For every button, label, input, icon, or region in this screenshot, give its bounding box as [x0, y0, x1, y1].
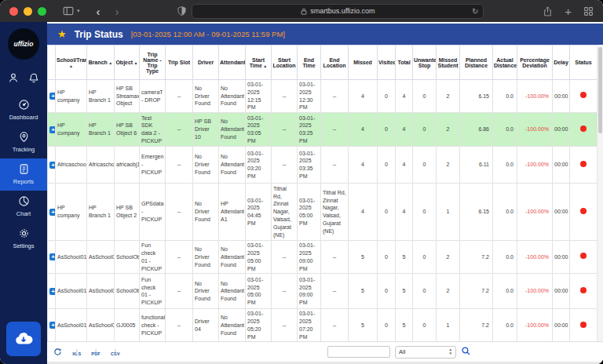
cell-trip-slot: --	[166, 274, 193, 309]
column-header-planned-distance[interactable]: Planned Distance	[460, 46, 493, 80]
chevron-down-icon[interactable]: ▾	[77, 8, 80, 14]
sidebar-toggle-icon[interactable]	[63, 6, 74, 16]
column-header-trip-name-trip-type[interactable]: Trip Name - Trip Type	[140, 46, 166, 80]
cell-unwanted-stop: 0	[413, 184, 437, 241]
zoom-window-button[interactable]	[38, 7, 46, 16]
tab-overview-icon[interactable]	[583, 6, 594, 16]
cell-end-location: --	[321, 147, 349, 184]
expand-row-button[interactable]: +	[49, 322, 56, 329]
cell-school-tran: HP company	[56, 113, 87, 147]
column-header-status[interactable]: Status	[570, 46, 598, 80]
cell-start-location: --	[272, 241, 298, 274]
export-csv-button[interactable]: ↓ CSV	[111, 348, 120, 357]
cell-status	[570, 147, 598, 184]
cell-trip-name-trip-type: Fun check 01 - PICKUP	[140, 274, 166, 309]
cell-status	[570, 241, 598, 274]
share-icon[interactable]	[543, 6, 553, 16]
sidebar-item-dashboard[interactable]: Dashboard	[0, 94, 47, 126]
refresh-icon[interactable]	[53, 345, 62, 359]
cell-object: GJ0005	[115, 309, 140, 341]
cell-start-location: --	[272, 147, 298, 184]
cell-branch: AsSchool01	[87, 309, 115, 341]
column-header-start-time[interactable]: Start Time ▲	[246, 46, 272, 80]
cell-missed-student: 2	[437, 147, 460, 184]
cell-missed: 5	[349, 241, 378, 274]
column-header-trip-slot[interactable]: Trip Slot	[166, 46, 193, 80]
cell-trip-name-trip-type: Fun check 01 - PICKUP	[140, 241, 166, 274]
sidebar-item-chart[interactable]: Chart	[0, 191, 47, 223]
search-icon[interactable]	[461, 345, 471, 359]
minimize-window-button[interactable]	[24, 7, 32, 16]
dashboard-icon	[18, 99, 30, 112]
cell-school-tran: AsSchool01	[56, 241, 87, 274]
cell-trip-slot: --	[166, 147, 193, 184]
search-input[interactable]	[327, 346, 390, 358]
cell-end-location: --	[321, 309, 349, 341]
expand-row-button[interactable]: +	[49, 162, 56, 169]
column-header-start-location[interactable]: Start Location	[272, 46, 298, 80]
column-header-attendant[interactable]: Attendant	[219, 46, 246, 80]
forward-button: ›	[115, 5, 119, 17]
expand-row-button[interactable]: +	[49, 126, 56, 133]
column-header-total[interactable]: Total	[396, 46, 413, 80]
close-window-button[interactable]	[9, 7, 18, 16]
cell-start-location: --	[272, 113, 298, 147]
cell-missed-student: 2	[437, 241, 460, 274]
sidebar-item-settings[interactable]: Settings	[0, 223, 47, 255]
search-column-select[interactable]: All ▲▼	[395, 346, 456, 359]
cell-missed-student: 2	[437, 113, 460, 147]
vertical-scrollbar[interactable]	[597, 45, 603, 341]
column-header-end-time[interactable]: End Time	[298, 46, 321, 80]
expand-cell: +	[48, 80, 56, 113]
uffizio-logo: uffizio	[8, 28, 39, 60]
browser-window: ▾ ‹ › smartbus.uffizio.com ↻ + uffizio	[0, 0, 603, 364]
back-button[interactable]: ‹	[97, 5, 100, 17]
expand-row-button[interactable]: +	[49, 288, 56, 295]
column-header-missed[interactable]: Missed	[349, 46, 378, 80]
cell-trip-slot: --	[166, 80, 193, 113]
column-header-actual-distance[interactable]: Actual Distance	[493, 46, 517, 80]
column-header-percentage-deviation[interactable]: Percentage Deviation	[517, 46, 553, 80]
new-tab-button[interactable]: +	[565, 5, 572, 18]
cell-branch: HP Branch 1	[87, 113, 115, 147]
cell-attendant: No Attendant Found	[219, 241, 246, 274]
privacy-shield-icon[interactable]	[177, 6, 186, 16]
export-xls-button[interactable]: ↓ XLS	[72, 348, 81, 357]
cell-visited: 0	[378, 184, 396, 241]
expand-row-button[interactable]: +	[49, 253, 56, 260]
table-header-row: School/Tran ▲Branch ▲Object ▲Trip Name -…	[48, 46, 598, 80]
expand-row-button[interactable]: +	[49, 209, 56, 216]
reload-icon[interactable]: ↻	[472, 7, 478, 16]
cell-trip-name-trip-type: cameraT - DROP	[140, 80, 166, 113]
column-header-school-tran[interactable]: School/Tran ▲	[56, 46, 87, 80]
address-bar[interactable]: smartbus.uffizio.com ↻	[192, 4, 484, 19]
sidebar-item-label: Dashboard	[9, 114, 38, 121]
cloud-download-button[interactable]	[6, 322, 41, 356]
select-stepper-icon: ▲▼	[449, 348, 452, 355]
table-row: +AfricaschooAfricaschooafricaobj1Emergen…	[48, 147, 598, 184]
status-indicator	[580, 92, 587, 98]
column-header-branch[interactable]: Branch ▲	[87, 46, 115, 80]
notifications-bell-icon[interactable]	[28, 72, 39, 86]
column-header-visited[interactable]: Visited	[378, 46, 396, 80]
expand-row-button[interactable]: +	[49, 93, 56, 100]
cell-end-location: Tithal Rd, Zinnat Nagar, Valsad, Gujarat…	[321, 184, 349, 241]
cell-actual-distance: 0.0	[493, 147, 517, 184]
status-indicator	[580, 253, 587, 259]
column-header-delay[interactable]: Delay	[553, 46, 570, 80]
column-header-missed-student[interactable]: Missed Student	[437, 46, 460, 80]
export-pdf-button[interactable]: ↓ PDF	[91, 348, 100, 357]
sidebar-item-reports[interactable]: Reports	[0, 158, 47, 191]
cell-start-time: 03-01-2025 05:20 PM	[246, 309, 272, 341]
user-icon[interactable]	[8, 72, 19, 86]
favorite-star-icon[interactable]: ★	[57, 29, 67, 39]
column-header-unwanted-stop[interactable]: Unwanted Stop	[413, 46, 437, 80]
sort-ascending-icon: ▲	[108, 60, 112, 65]
cell-attendant: No Attendant Found	[219, 309, 246, 341]
column-header-object[interactable]: Object ▲	[115, 46, 140, 80]
cell-object: HP SB Object 6	[115, 113, 140, 147]
column-header-driver[interactable]: Driver	[193, 46, 219, 80]
column-header-end-location[interactable]: End Location	[321, 46, 349, 80]
scrollbar-thumb[interactable]	[598, 47, 602, 133]
sidebar-item-tracking[interactable]: Tracking	[0, 126, 47, 158]
